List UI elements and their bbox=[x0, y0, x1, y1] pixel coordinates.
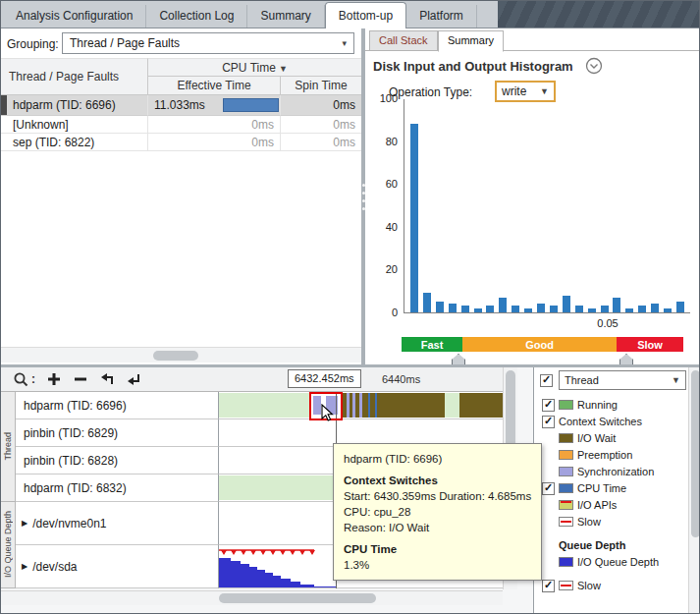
legend-item-synchronization[interactable]: Synchronization bbox=[542, 465, 654, 478]
zoom-to-selection-button[interactable] bbox=[99, 371, 115, 387]
tooltip-section-header: Context Switches bbox=[344, 473, 531, 488]
timeline-row-label[interactable]: pinbin (TID: 6829) bbox=[16, 419, 219, 447]
timeline-row-label[interactable]: ▶ /dev/sda bbox=[16, 545, 219, 588]
table-row[interactable]: sep (TID: 6822) 0ms 0ms bbox=[1, 134, 361, 151]
tab-collection-log[interactable]: Collection Log bbox=[146, 5, 247, 28]
zoom-mode-dropdown[interactable]: : bbox=[13, 371, 35, 388]
panel-splitter-vertical[interactable] bbox=[361, 28, 365, 364]
histogram-bar bbox=[524, 308, 532, 312]
legend-item-context-switches[interactable]: ✓ Context Switches bbox=[542, 415, 642, 428]
timeline-horizontal-scrollbar[interactable] bbox=[1, 590, 503, 605]
chevron-down-icon: ▼ bbox=[672, 375, 680, 385]
effective-time-cell: 0ms bbox=[148, 134, 281, 151]
timeline-track[interactable] bbox=[219, 392, 503, 419]
check-icon: ✓ bbox=[544, 481, 553, 494]
collapse-chevron-icon[interactable] bbox=[585, 57, 603, 75]
legend-item-io-wait[interactable]: I/O Wait bbox=[542, 431, 616, 445]
legend-item-slow-queue[interactable]: ✓ Slow bbox=[542, 579, 601, 592]
thread-name-cell: sep (TID: 6822) bbox=[1, 134, 148, 151]
legend-item-cpu-time[interactable]: ✓ CPU Time bbox=[542, 481, 626, 495]
group-label: Thread bbox=[3, 432, 13, 461]
histogram-bar bbox=[436, 302, 444, 312]
legend-label: I/O Wait bbox=[577, 432, 616, 444]
effective-time-cell: 0ms bbox=[148, 116, 281, 134]
running-segment bbox=[445, 393, 459, 418]
tab-bottom-up[interactable]: Bottom-up bbox=[325, 2, 406, 28]
histogram-title: Disk Input and Output Histogram bbox=[373, 59, 573, 74]
legend-item-running[interactable]: ✓ Running bbox=[542, 398, 618, 412]
bottom-up-grid-panel: Grouping: Thread / Page Faults ▾ Thread … bbox=[1, 28, 361, 364]
y-axis-tick: 40 bbox=[368, 221, 398, 233]
table-row[interactable]: [Unknown] 0ms 0ms bbox=[1, 116, 361, 134]
histogram-bar bbox=[575, 306, 583, 312]
tab-analysis-configuration[interactable]: Analysis Configuration bbox=[3, 5, 146, 28]
tab-call-stack[interactable]: Call Stack bbox=[369, 30, 438, 51]
histogram-bar bbox=[563, 296, 570, 312]
timeline-row-label[interactable]: hdparm (TID: 6832) bbox=[16, 474, 219, 502]
chevron-down-icon: ▼ bbox=[540, 86, 549, 96]
effective-time-value: 11.033ms bbox=[154, 98, 205, 112]
grouping-dropdown[interactable]: Thread / Page Faults ▾ bbox=[62, 32, 354, 54]
legend-item-preemption[interactable]: Preemption bbox=[542, 448, 632, 462]
cpu-time-header-label: CPU Time bbox=[222, 61, 276, 75]
splitter-grip bbox=[361, 184, 365, 210]
effective-time-value: 0ms bbox=[251, 136, 274, 149]
undo-zoom-button[interactable] bbox=[126, 371, 141, 387]
histogram-bar bbox=[499, 298, 507, 312]
histogram-bar bbox=[625, 308, 633, 312]
cpu-time-bar bbox=[223, 98, 279, 112]
legend-label: Slow bbox=[577, 516, 601, 528]
timeline-row-label[interactable]: ▶ /dev/nvme0n1 bbox=[16, 502, 219, 545]
legend-swatch-queue-depth bbox=[559, 557, 573, 567]
expander-icon[interactable]: ▶ bbox=[22, 519, 27, 528]
column-header-spin-time[interactable]: Spin Time bbox=[281, 77, 361, 95]
column-header-thread-page-faults[interactable]: Thread / Page Faults bbox=[1, 58, 148, 95]
row-label-text: hdparm (TID: 6696) bbox=[24, 399, 127, 413]
legend-checkbox[interactable]: ✓ bbox=[542, 580, 555, 592]
legend-checkbox[interactable]: ✓ bbox=[542, 416, 555, 428]
effective-time-value: 0ms bbox=[251, 118, 274, 132]
scrollbar-thumb[interactable] bbox=[219, 593, 376, 603]
histogram-bar bbox=[613, 298, 620, 312]
timeline-legend: ✓ Thread ▼ ✓ Running ✓ Context Switches … bbox=[533, 367, 688, 614]
timeline-row-label[interactable]: hdparm (TID: 6696) bbox=[16, 392, 219, 419]
histogram-bar bbox=[461, 306, 469, 312]
band-checkbox[interactable]: ✓ bbox=[540, 374, 553, 387]
table-row[interactable]: hdparm (TID: 6696) 11.033ms 0ms bbox=[1, 95, 361, 116]
legend-swatch-io-wait bbox=[559, 433, 573, 443]
spin-time-value: 0ms bbox=[333, 136, 355, 149]
running-segment bbox=[219, 393, 309, 418]
legend-vertical-scrollbar[interactable] bbox=[688, 367, 700, 614]
spin-time-value: 0ms bbox=[333, 118, 355, 132]
zoom-in-button[interactable] bbox=[46, 371, 62, 387]
histogram-bar bbox=[588, 308, 596, 312]
tab-summary[interactable]: Summary bbox=[247, 5, 324, 28]
tooltip-line: 1.3% bbox=[344, 557, 531, 573]
legend-checkbox[interactable]: ✓ bbox=[542, 399, 555, 412]
expander-icon[interactable]: ▶ bbox=[22, 562, 27, 571]
scrollbar-thumb[interactable] bbox=[153, 351, 198, 361]
zoom-out-button[interactable] bbox=[73, 371, 88, 387]
timeline-row-label[interactable]: pinbin (TID: 6828) bbox=[16, 447, 219, 474]
row-label-text: /dev/sda bbox=[32, 560, 77, 574]
column-header-cpu-time[interactable]: CPU Time▼ bbox=[148, 58, 361, 77]
time-readout: 6432.452ms bbox=[288, 369, 361, 388]
legend-item-io-queue-depth[interactable]: I/O Queue Depth bbox=[542, 555, 659, 569]
histogram-bar bbox=[486, 306, 494, 312]
group-label: I/O Queue Depth bbox=[3, 511, 13, 578]
tab-platform[interactable]: Platform bbox=[406, 5, 477, 28]
tooltip-line: Reason: I/O Wait bbox=[344, 520, 531, 535]
band-filter-dropdown[interactable]: Thread ▼ bbox=[559, 370, 686, 390]
tooltip-line: CPU: cpu_28 bbox=[344, 504, 531, 520]
legend-header-queue-depth: Queue Depth bbox=[542, 538, 625, 552]
scrollbar-thumb[interactable] bbox=[691, 370, 700, 537]
tab-summary-pane[interactable]: Summary bbox=[438, 30, 504, 52]
legend-item-slow-io[interactable]: Slow bbox=[542, 515, 601, 529]
legend-item-io-apis[interactable]: I/O APIs bbox=[542, 498, 617, 512]
legend-checkbox[interactable]: ✓ bbox=[542, 482, 555, 495]
legend-label: I/O Queue Depth bbox=[577, 556, 659, 568]
indent-spacer bbox=[542, 516, 555, 529]
column-header-effective-time[interactable]: Effective Time bbox=[148, 77, 281, 95]
grid-horizontal-scrollbar[interactable] bbox=[1, 347, 361, 363]
thread-name: hdparm (TID: 6696) bbox=[13, 98, 116, 112]
